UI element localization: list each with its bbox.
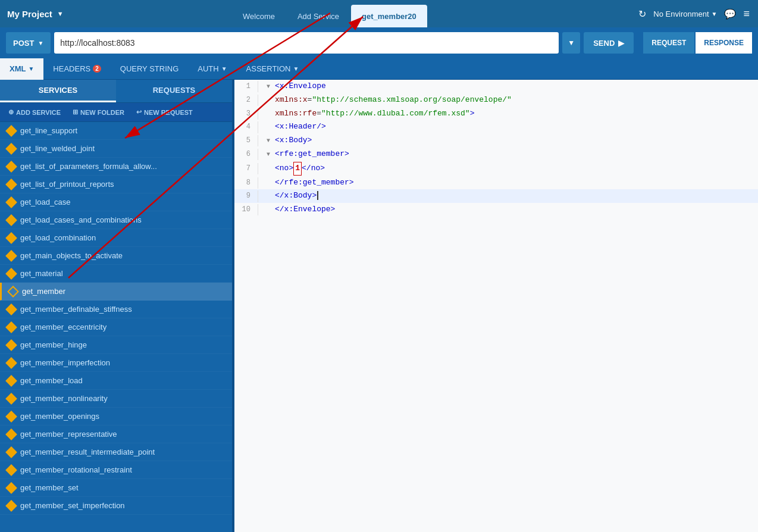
sidebar-item-label: get_member_set_imperfection (20, 501, 125, 510)
sidebar-item-get_member_definable_stiffness[interactable]: get_member_definable_stiffness (0, 301, 232, 318)
project-chevron-icon[interactable]: ▼ (57, 10, 64, 17)
method-select[interactable]: POST ▼ (6, 32, 51, 54)
sidebar-item-label: get_load_cases_and_combinations (20, 215, 142, 224)
sidebar-item-get_list_of_parameters_formula_allow[interactable]: get_list_of_parameters_formula_allow... (0, 158, 232, 176)
line-number: 10 (234, 204, 258, 215)
sidebar-item-get_load_cases_and_combinations[interactable]: get_load_cases_and_combinations (0, 211, 232, 229)
tab-bar: Welcome Add Service get_member20 (232, 0, 630, 27)
chat-icon[interactable]: 💬 (724, 8, 736, 20)
top-bar: My Project ▼ Welcome Add Service get_mem… (0, 0, 758, 27)
tab-welcome-label: Welcome (243, 12, 275, 21)
line-code[interactable]: </rfe:get_member> (275, 177, 354, 189)
line-toggle[interactable]: ▼ (264, 150, 272, 159)
refresh-icon[interactable]: ↻ (638, 8, 646, 20)
content-tab-xml[interactable]: XML ▼ (0, 58, 43, 80)
sidebar-item-get_member_eccentricity[interactable]: get_member_eccentricity (0, 318, 232, 336)
sidebar-item-get_load_combination[interactable]: get_load_combination (0, 229, 232, 247)
sidebar-item-get_member_hinge[interactable]: get_member_hinge (0, 336, 232, 354)
content-tab-headers[interactable]: HEADERS 2 (43, 58, 110, 80)
sidebar-item-get_member_representative[interactable]: get_member_representative (0, 425, 232, 443)
sidebar-item-get_member_imperfection[interactable]: get_member_imperfection (0, 354, 232, 372)
line-number: 4 (234, 121, 258, 133)
sidebar-item-get_member_openings[interactable]: get_member_openings (0, 408, 232, 425)
sidebar-actions: ⊕ ADD SERVICE ⊞ NEW FOLDER ↩ NEW REQUEST (0, 103, 232, 122)
env-label: No Environment (653, 10, 709, 18)
new-request-button[interactable]: ↩ NEW REQUEST (133, 107, 196, 118)
response-tab[interactable]: RESPONSE (696, 32, 752, 54)
line-number: 9 (234, 190, 258, 202)
content-tab-auth[interactable]: AUTH ▼ (188, 58, 236, 80)
menu-icon[interactable]: ≡ (743, 8, 750, 20)
url-bar: POST ▼ ▼ SEND ▶ REQUEST RESPONSE (0, 27, 758, 58)
line-code[interactable]: <rfe:get_member> (275, 148, 349, 161)
sidebar-item-get_main_objects_to_activate[interactable]: get_main_objects_to_activate (0, 247, 232, 265)
code-content: 1 ▼ <x:Envelope 2 xmlns:x="http://schema… (234, 80, 758, 217)
sidebar-item-get_line_support[interactable]: get_line_support (0, 122, 232, 140)
tab-get-member20[interactable]: get_member20 (351, 5, 427, 27)
sidebar-item-get_member[interactable]: get_member (0, 283, 232, 301)
add-service-button[interactable]: ⊕ ADD SERVICE (5, 107, 64, 118)
sidebar-nav-services[interactable]: SERVICES (0, 80, 116, 102)
new-folder-button[interactable]: ⊞ NEW FOLDER (69, 107, 128, 118)
environment-selector[interactable]: No Environment ▼ (653, 10, 717, 18)
new-request-label: NEW REQUEST (144, 109, 193, 116)
add-service-label: ADD SERVICE (16, 109, 61, 116)
line-code[interactable]: <no>1</no> (275, 162, 325, 176)
send-icon: ▶ (618, 39, 624, 48)
service-icon (5, 268, 17, 280)
sidebar-item-get_member_nonlinearity[interactable]: get_member_nonlinearity (0, 390, 232, 408)
url-input[interactable] (54, 32, 559, 54)
sidebar-item-label: get_list_of_parameters_formula_allow... (20, 162, 157, 171)
sidebar-nav: SERVICES REQUESTS (0, 80, 232, 103)
line-code[interactable]: xmlns:x="http://schemas.xmlsoap.org/soap… (275, 94, 512, 107)
line-number: 3 (234, 108, 258, 120)
service-icon (5, 125, 17, 137)
method-label: POST (13, 39, 34, 48)
code-line-10: 10 </x:Envelope> (234, 203, 758, 217)
new-folder-label: NEW FOLDER (80, 109, 124, 116)
content-tab-query-string-label: QUERY STRING (120, 64, 178, 73)
line-code[interactable]: </x:Envelope> (275, 204, 335, 216)
sidebar-item-label: get_member_result_intermediate_point (20, 447, 155, 456)
sidebar-nav-requests[interactable]: REQUESTS (116, 80, 232, 102)
sidebar-item-get_line_welded_joint[interactable]: get_line_welded_joint (0, 140, 232, 158)
service-icon (5, 143, 17, 155)
service-icon (5, 375, 17, 387)
sidebar-item-get_member_result_intermediate_point[interactable]: get_member_result_intermediate_point (0, 443, 232, 461)
send-label: SEND (593, 39, 615, 48)
sidebar-item-get_material[interactable]: get_material (0, 265, 232, 283)
sidebar-item-get_member_set[interactable]: get_member_set (0, 479, 232, 497)
line-code[interactable]: <x:Body> (275, 134, 312, 147)
tab-welcome[interactable]: Welcome (232, 5, 286, 27)
sidebar-item-get_member_rotational_restraint[interactable]: get_member_rotational_restraint (0, 461, 232, 479)
sidebar-item-get_list_of_printout_reports[interactable]: get_list_of_printout_reports (0, 176, 232, 193)
send-button[interactable]: SEND ▶ (584, 32, 634, 54)
line-toggle[interactable]: ▼ (264, 82, 272, 92)
line-code[interactable]: xmlns:rfe="http://www.dlubal.com/rfem.xs… (275, 108, 474, 120)
content-tab-auth-label: AUTH (198, 64, 218, 73)
service-icon (5, 321, 17, 333)
sidebar-item-label: get_material (20, 269, 63, 278)
service-icon (5, 357, 17, 369)
sidebar-item-get_member_set_imperfection[interactable]: get_member_set_imperfection (0, 497, 232, 515)
content-tab-xml-label: XML (10, 64, 26, 73)
highlight-value: 1 (293, 162, 302, 176)
line-code[interactable]: </x:Body> (275, 190, 323, 202)
content-tab-assertion[interactable]: ASSERTION ▼ (237, 58, 309, 80)
content-tabs: XML ▼ HEADERS 2 QUERY STRING AUTH ▼ ASSE… (0, 58, 758, 80)
content-tab-headers-label: HEADERS (53, 64, 90, 73)
project-title[interactable]: My Project ▼ (0, 0, 232, 27)
line-toggle[interactable]: ▼ (264, 136, 272, 146)
content-tab-query-string[interactable]: QUERY STRING (111, 58, 188, 80)
sidebar-item-get_member_load[interactable]: get_member_load (0, 372, 232, 390)
assertion-chevron-icon: ▼ (293, 65, 299, 72)
line-code[interactable]: <x:Envelope (275, 80, 326, 93)
code-line-5: 5 ▼ <x:Body> (234, 134, 758, 148)
url-dropdown-button[interactable]: ▼ (562, 32, 580, 54)
request-tab[interactable]: REQUEST (643, 32, 694, 54)
sidebar-item-get_load_case[interactable]: get_load_case (0, 193, 232, 211)
tab-add-service[interactable]: Add Service (287, 5, 350, 27)
sidebar-item-label: get_load_combination (20, 233, 96, 242)
line-number: 6 (234, 149, 258, 160)
line-code[interactable]: <x:Header/> (275, 121, 326, 133)
